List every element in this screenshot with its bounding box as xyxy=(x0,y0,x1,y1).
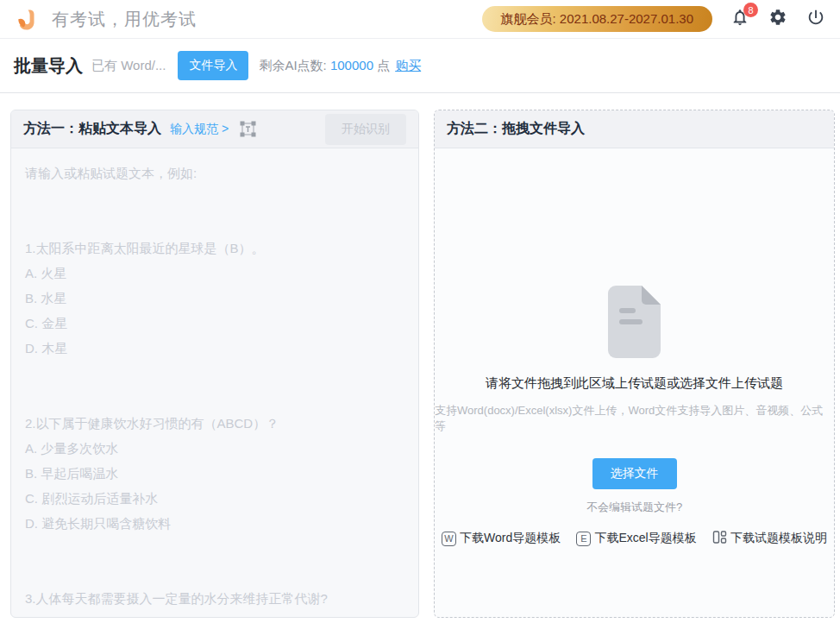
drop-hint-text: 请将文件拖拽到此区域上传试题或选择文件上传试题 xyxy=(486,375,783,392)
drop-panel-title: 方法二：拖拽文件导入 xyxy=(447,120,585,138)
top-header: 有考试，用优考试 旗舰会员: 2021.08.27-2027.01.30 8 xyxy=(0,0,840,39)
logout-button[interactable] xyxy=(806,9,826,29)
ai-points-unit: 点 xyxy=(377,58,390,72)
template-download-links: W 下载Word导题模板 E 下载Excel导题模板 下载试题 xyxy=(435,530,834,547)
supported-formats-text: 支持Word(docx)/Excel(xlsx)文件上传，Word文件支持导入图… xyxy=(435,403,834,434)
question-text-input[interactable] xyxy=(11,148,418,617)
download-word-template-label: 下载Word导题模板 xyxy=(460,531,561,546)
header-actions: 旗舰会员: 2021.08.27-2027.01.30 8 xyxy=(482,6,826,32)
text-select-icon[interactable] xyxy=(239,120,257,138)
ai-points: 剩余AI点数: 100000 点 xyxy=(259,58,390,74)
ai-points-value: 100000 xyxy=(330,58,373,72)
download-excel-template-link[interactable]: E 下载Excel导题模板 xyxy=(576,530,696,547)
app-logo-icon xyxy=(14,7,38,31)
drop-import-panel[interactable]: 方法二：拖拽文件导入 请将文件拖拽到此区域上传试题或选择文件上传试题 支持Wor… xyxy=(434,110,835,618)
start-recognition-button[interactable]: 开始识别 xyxy=(325,114,406,145)
notification-count-badge: 8 xyxy=(743,3,758,17)
buy-points-link[interactable]: 购买 xyxy=(395,58,421,74)
paste-import-panel: 方法一：粘贴文本导入 输入规范 > 开始识别 xyxy=(10,110,419,618)
excel-file-icon: E xyxy=(576,532,591,546)
input-spec-link[interactable]: 输入规范 > xyxy=(170,122,229,137)
membership-badge[interactable]: 旗舰会员: 2021.08.27-2027.01.30 xyxy=(482,6,712,32)
download-excel-template-label: 下载Excel导题模板 xyxy=(594,531,696,546)
drop-panel-header: 方法二：拖拽文件导入 xyxy=(435,110,834,148)
drop-zone[interactable]: 请将文件拖拽到此区域上传试题或选择文件上传试题 支持Word(docx)/Exc… xyxy=(435,148,834,617)
paste-panel-title: 方法一：粘贴文本导入 xyxy=(23,120,161,138)
settings-button[interactable] xyxy=(768,9,788,29)
app-title: 有考试，用优考试 xyxy=(52,8,197,31)
choose-file-button[interactable]: 选择文件 xyxy=(592,458,677,489)
page-title: 批量导入 xyxy=(14,54,83,78)
paste-panel-header: 方法一：粘贴文本导入 输入规范 > 开始识别 xyxy=(11,110,418,148)
download-template-guide-link[interactable]: 下载试题模板说明 xyxy=(712,530,827,547)
file-import-button[interactable]: 文件导入 xyxy=(178,51,248,80)
edit-help-text: 不会编辑试题文件? xyxy=(586,500,682,515)
main-content: 方法一：粘贴文本导入 输入规范 > 开始识别 方法二：拖拽文件导入 xyxy=(0,93,840,623)
template-guide-icon xyxy=(712,530,727,547)
gear-icon xyxy=(768,8,787,30)
power-icon xyxy=(806,8,825,30)
notifications-button[interactable]: 8 xyxy=(730,9,750,29)
word-file-icon: W xyxy=(442,532,456,546)
page-toolbar: 批量导入 已有 Word/... 文件导入 剩余AI点数: 100000 点 购… xyxy=(0,39,840,93)
document-icon xyxy=(605,284,665,363)
page-subtitle: 已有 Word/... xyxy=(91,58,166,74)
ai-points-label: 剩余AI点数: xyxy=(259,58,326,72)
download-template-guide-label: 下载试题模板说明 xyxy=(730,531,827,546)
download-word-template-link[interactable]: W 下载Word导题模板 xyxy=(442,530,561,547)
